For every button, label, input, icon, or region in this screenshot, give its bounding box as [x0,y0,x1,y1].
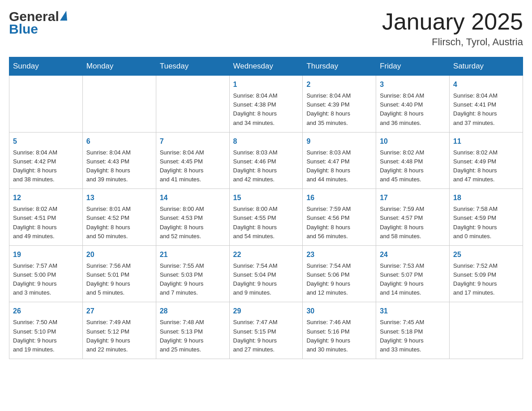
day-number: 3 [380,79,446,90]
calendar-day-cell [156,76,229,133]
calendar-day-cell: 7Sunrise: 8:04 AMSunset: 4:45 PMDaylight… [156,132,229,189]
day-info: Sunrise: 7:53 AMSunset: 5:07 PMDaylight:… [380,262,424,296]
day-number: 4 [453,79,519,90]
logo: General Blue [9,9,67,37]
calendar-day-cell: 16Sunrise: 7:59 AMSunset: 4:56 PMDayligh… [303,189,376,246]
day-info: Sunrise: 7:46 AMSunset: 5:16 PMDaylight:… [306,319,351,352]
title-block: January 2025 Flirsch, Tyrol, Austria [382,9,523,48]
calendar-day-cell: 13Sunrise: 8:01 AMSunset: 4:52 PMDayligh… [82,189,156,246]
day-number: 26 [13,306,79,317]
day-number: 11 [453,136,519,147]
day-of-week-header: Saturday [450,57,523,76]
logo-blue-text: Blue [9,21,38,37]
calendar-day-cell: 14Sunrise: 8:00 AMSunset: 4:53 PMDayligh… [156,189,229,246]
calendar-day-cell: 27Sunrise: 7:49 AMSunset: 5:12 PMDayligh… [82,302,156,359]
day-info: Sunrise: 8:04 AMSunset: 4:38 PMDaylight:… [233,92,278,126]
day-info: Sunrise: 7:54 AMSunset: 5:04 PMDaylight:… [233,262,278,296]
day-number: 18 [453,193,519,203]
day-info: Sunrise: 7:58 AMSunset: 4:59 PMDaylight:… [453,206,498,239]
day-info: Sunrise: 8:02 AMSunset: 4:48 PMDaylight:… [380,149,424,183]
calendar-header: SundayMondayTuesdayWednesdayThursdayFrid… [9,57,523,76]
day-of-week-header: Monday [82,57,156,76]
calendar-title: January 2025 [382,9,523,34]
calendar-day-cell: 5Sunrise: 8:04 AMSunset: 4:42 PMDaylight… [9,132,83,189]
calendar-day-cell: 8Sunrise: 8:03 AMSunset: 4:46 PMDaylight… [229,132,303,189]
calendar-day-cell [9,76,83,133]
day-number: 1 [233,79,299,90]
day-number: 31 [380,306,446,317]
logo-triangle-icon [60,11,67,21]
day-of-week-header: Wednesday [229,57,303,76]
day-info: Sunrise: 8:04 AMSunset: 4:40 PMDaylight:… [380,92,424,126]
day-number: 28 [160,306,226,317]
day-number: 12 [13,193,79,203]
day-number: 14 [160,193,226,203]
calendar-day-cell: 12Sunrise: 8:02 AMSunset: 4:51 PMDayligh… [9,189,83,246]
day-number: 21 [160,249,226,260]
calendar-day-cell: 24Sunrise: 7:53 AMSunset: 5:07 PMDayligh… [376,245,450,302]
day-info: Sunrise: 7:55 AMSunset: 5:03 PMDaylight:… [160,262,204,296]
calendar-day-cell: 19Sunrise: 7:57 AMSunset: 5:00 PMDayligh… [9,245,83,302]
calendar-day-cell: 28Sunrise: 7:48 AMSunset: 5:13 PMDayligh… [156,302,229,359]
day-info: Sunrise: 8:04 AMSunset: 4:43 PMDaylight:… [86,149,131,183]
calendar-day-cell [82,76,156,133]
page-header: General Blue January 2025 Flirsch, Tyrol… [9,9,523,48]
calendar-day-cell: 10Sunrise: 8:02 AMSunset: 4:48 PMDayligh… [376,132,450,189]
day-number: 30 [306,306,372,317]
day-number: 17 [380,193,446,203]
calendar-day-cell: 11Sunrise: 8:02 AMSunset: 4:49 PMDayligh… [450,132,523,189]
calendar-week-row: 5Sunrise: 8:04 AMSunset: 4:42 PMDaylight… [9,132,523,189]
day-number: 5 [13,136,79,147]
calendar-day-cell: 18Sunrise: 7:58 AMSunset: 4:59 PMDayligh… [450,189,523,246]
day-number: 13 [86,193,152,203]
day-info: Sunrise: 7:59 AMSunset: 4:57 PMDaylight:… [380,206,424,239]
day-number: 10 [380,136,446,147]
calendar-day-cell: 1Sunrise: 8:04 AMSunset: 4:38 PMDaylight… [229,76,303,133]
calendar-day-cell: 15Sunrise: 8:00 AMSunset: 4:55 PMDayligh… [229,189,303,246]
day-number: 2 [306,79,372,90]
day-info: Sunrise: 8:04 AMSunset: 4:42 PMDaylight:… [13,149,57,183]
calendar-day-cell: 22Sunrise: 7:54 AMSunset: 5:04 PMDayligh… [229,245,303,302]
calendar-day-cell: 6Sunrise: 8:04 AMSunset: 4:43 PMDaylight… [82,132,156,189]
day-info: Sunrise: 8:03 AMSunset: 4:47 PMDaylight:… [306,149,351,183]
day-number: 6 [86,136,152,147]
calendar-day-cell: 26Sunrise: 7:50 AMSunset: 5:10 PMDayligh… [9,302,83,359]
calendar-day-cell: 21Sunrise: 7:55 AMSunset: 5:03 PMDayligh… [156,245,229,302]
day-number: 9 [306,136,372,147]
day-info: Sunrise: 8:00 AMSunset: 4:55 PMDaylight:… [233,206,278,239]
day-of-week-header: Thursday [303,57,376,76]
calendar-body: 1Sunrise: 8:04 AMSunset: 4:38 PMDaylight… [9,76,523,359]
calendar-day-cell [450,302,523,359]
calendar-day-cell: 23Sunrise: 7:54 AMSunset: 5:06 PMDayligh… [303,245,376,302]
day-info: Sunrise: 7:48 AMSunset: 5:13 PMDaylight:… [160,319,204,352]
day-info: Sunrise: 8:02 AMSunset: 4:49 PMDaylight:… [453,149,498,183]
day-info: Sunrise: 8:02 AMSunset: 4:51 PMDaylight:… [13,206,57,239]
day-info: Sunrise: 8:01 AMSunset: 4:52 PMDaylight:… [86,206,131,239]
calendar-day-cell: 31Sunrise: 7:45 AMSunset: 5:18 PMDayligh… [376,302,450,359]
calendar-day-cell: 29Sunrise: 7:47 AMSunset: 5:15 PMDayligh… [229,302,303,359]
calendar-day-cell: 17Sunrise: 7:59 AMSunset: 4:57 PMDayligh… [376,189,450,246]
day-number: 23 [306,249,372,260]
day-info: Sunrise: 8:03 AMSunset: 4:46 PMDaylight:… [233,149,278,183]
calendar-week-row: 1Sunrise: 8:04 AMSunset: 4:38 PMDaylight… [9,76,523,133]
day-info: Sunrise: 8:04 AMSunset: 4:41 PMDaylight:… [453,92,498,126]
calendar-day-cell: 4Sunrise: 8:04 AMSunset: 4:41 PMDaylight… [450,76,523,133]
day-of-week-header: Tuesday [156,57,229,76]
day-number: 19 [13,249,79,260]
day-info: Sunrise: 7:50 AMSunset: 5:10 PMDaylight:… [13,319,57,352]
calendar-day-cell: 2Sunrise: 8:04 AMSunset: 4:39 PMDaylight… [303,76,376,133]
day-info: Sunrise: 8:00 AMSunset: 4:53 PMDaylight:… [160,206,204,239]
day-number: 7 [160,136,226,147]
day-info: Sunrise: 8:04 AMSunset: 4:39 PMDaylight:… [306,92,351,126]
calendar-day-cell: 3Sunrise: 8:04 AMSunset: 4:40 PMDaylight… [376,76,450,133]
day-info: Sunrise: 7:45 AMSunset: 5:18 PMDaylight:… [380,319,424,352]
calendar-day-cell: 25Sunrise: 7:52 AMSunset: 5:09 PMDayligh… [450,245,523,302]
day-info: Sunrise: 7:57 AMSunset: 5:00 PMDaylight:… [13,262,57,296]
day-number: 29 [233,306,299,317]
days-of-week-row: SundayMondayTuesdayWednesdayThursdayFrid… [9,57,523,76]
day-of-week-header: Sunday [9,57,83,76]
day-info: Sunrise: 7:52 AMSunset: 5:09 PMDaylight:… [453,262,498,296]
calendar-table: SundayMondayTuesdayWednesdayThursdayFrid… [9,57,523,359]
day-number: 20 [86,249,152,260]
day-number: 25 [453,249,519,260]
